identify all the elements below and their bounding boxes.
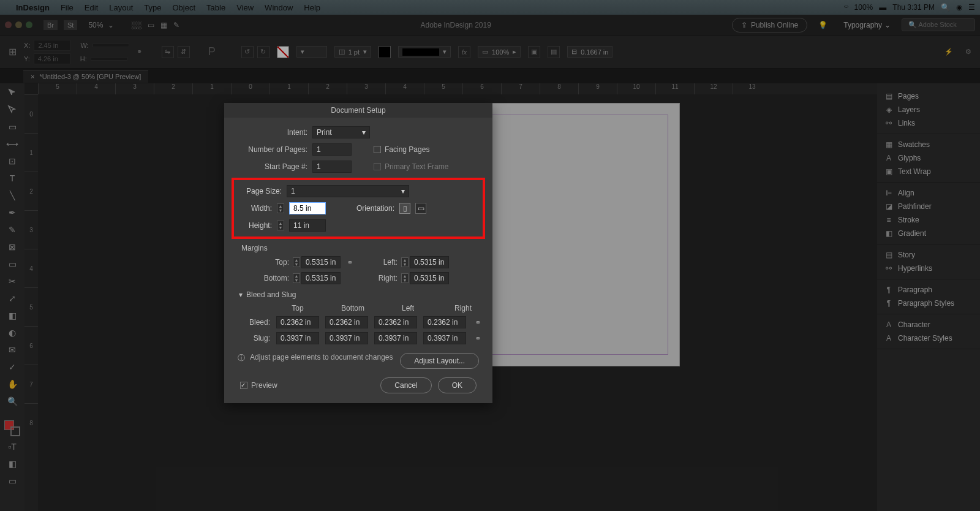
free-transform-tool[interactable]: ⤢ xyxy=(6,292,19,305)
direct-selection-tool[interactable] xyxy=(6,103,19,116)
panel-layers[interactable]: ◈Layers xyxy=(877,103,980,116)
panel-story[interactable]: ▤Story xyxy=(877,248,980,262)
ok-button[interactable]: OK xyxy=(438,377,477,393)
gap-tool[interactable]: ⟷ xyxy=(6,137,19,151)
orientation-landscape[interactable]: ▭ xyxy=(415,203,426,214)
panel-pathfinder[interactable]: ◪Pathfinder xyxy=(877,200,980,213)
intent-select[interactable]: Print▾ xyxy=(312,126,370,138)
list-icon[interactable]: ☰ xyxy=(968,3,975,12)
formatting-container-icon[interactable]: ▫T xyxy=(6,440,19,453)
h-field[interactable] xyxy=(91,57,127,61)
pen-tool[interactable]: ✒ xyxy=(6,206,19,219)
x-field[interactable]: 2.45 in xyxy=(34,40,70,51)
height-spinner[interactable]: ▲▼ xyxy=(277,221,284,230)
selection-tool[interactable] xyxy=(6,86,19,99)
fx-icon[interactable]: fx xyxy=(458,46,470,58)
app-name[interactable]: InDesign xyxy=(16,3,50,12)
reference-point-icon[interactable]: ⊞ xyxy=(9,46,17,58)
slug-right[interactable] xyxy=(423,332,466,344)
bleed-bottom[interactable] xyxy=(325,316,368,328)
menu-help[interactable]: Help xyxy=(304,3,320,12)
slug-bottom[interactable] xyxy=(325,332,368,344)
eyedropper-tool[interactable]: ✓ xyxy=(6,360,19,374)
menu-type[interactable]: Type xyxy=(144,3,161,12)
gradient-swatch-tool[interactable]: ◧ xyxy=(6,309,19,322)
fill-stroke-toggle[interactable] xyxy=(4,420,20,436)
view-opt-1[interactable]: ░░ xyxy=(131,21,141,29)
view-opt-3[interactable]: ▦ xyxy=(160,21,167,29)
siri-icon[interactable]: ◉ xyxy=(956,3,962,12)
panel-character-styles[interactable]: ACharacter Styles xyxy=(877,331,980,345)
panel-hyperlinks[interactable]: ⚯Hyperlinks xyxy=(877,262,980,275)
panel-gradient[interactable]: ◧Gradient xyxy=(877,227,980,240)
numpages-input[interactable] xyxy=(312,143,352,156)
slug-left[interactable] xyxy=(374,332,417,344)
settings-icon[interactable]: ⚙ xyxy=(965,48,971,56)
panel-stroke[interactable]: ≡Stroke xyxy=(877,213,980,227)
width-spinner[interactable]: ▲▼ xyxy=(277,203,284,213)
fill-dropdown[interactable]: ▾ xyxy=(296,46,327,58)
menu-view[interactable]: View xyxy=(236,3,254,12)
gap-field[interactable]: ⊟ 0.1667 in xyxy=(567,46,612,58)
note-tool[interactable]: ✉ xyxy=(6,343,19,357)
panel-swatches[interactable]: ▦Swatches xyxy=(877,138,980,151)
clock[interactable]: Thu 3:31 PM xyxy=(892,3,935,12)
wifi-icon[interactable]: ⌔ xyxy=(844,3,848,12)
margin-left-input[interactable] xyxy=(410,256,449,268)
panel-glyphs[interactable]: AGlyphs xyxy=(877,151,980,165)
close-icon[interactable]: × xyxy=(31,73,34,80)
bleed-top[interactable] xyxy=(276,316,319,328)
panel-text-wrap[interactable]: ▣Text Wrap xyxy=(877,165,980,178)
adjust-layout-button[interactable]: Adjust Layout... xyxy=(400,353,479,369)
bleed-left[interactable] xyxy=(374,316,417,328)
window-controls[interactable] xyxy=(5,21,32,28)
page-tool[interactable]: ▭ xyxy=(6,120,19,134)
link-slug-icon[interactable]: ⚭ xyxy=(475,334,481,343)
link-bleed-icon[interactable]: ⚭ xyxy=(475,318,481,327)
margin-right-input[interactable] xyxy=(410,272,449,284)
height-input[interactable] xyxy=(289,219,326,232)
view-opt-4[interactable]: ✎ xyxy=(173,21,179,29)
hand-tool[interactable]: ✋ xyxy=(6,377,19,391)
bridge-icon[interactable]: Br xyxy=(43,20,58,30)
stroke-swatch[interactable] xyxy=(379,46,391,58)
line-tool[interactable]: ╲ xyxy=(6,189,19,202)
margin-right-spinner[interactable]: ▲▼ xyxy=(401,273,409,283)
w-field[interactable] xyxy=(92,44,129,47)
zoom-level[interactable]: 50% xyxy=(88,21,103,29)
margin-left-spinner[interactable]: ▲▼ xyxy=(401,257,409,267)
flash-icon[interactable]: ⚡ xyxy=(944,48,953,56)
pagesize-select[interactable]: 1▾ xyxy=(287,185,409,197)
startpage-input[interactable] xyxy=(312,161,352,173)
fill-swatch[interactable] xyxy=(277,46,289,58)
opacity[interactable]: ▭ 100% ▸ xyxy=(478,46,521,58)
stroke-weight[interactable]: ◫ 1 pt ▾ xyxy=(334,46,371,58)
spotlight-icon[interactable]: 🔍 xyxy=(941,3,950,12)
chevron-down-icon[interactable]: ⌄ xyxy=(108,21,114,29)
panel-pages[interactable]: ▤Pages xyxy=(877,89,980,103)
stroke-style[interactable]: ▾ xyxy=(398,46,451,58)
content-collector-tool[interactable]: ⊡ xyxy=(6,154,19,168)
margin-bottom-input[interactable] xyxy=(301,272,341,284)
gradient-feather-tool[interactable]: ◐ xyxy=(6,326,19,339)
menu-edit[interactable]: Edit xyxy=(85,3,98,12)
bleed-slug-toggle[interactable]: ▾Bleed and Slug xyxy=(239,290,481,299)
margin-top-spinner[interactable]: ▲▼ xyxy=(293,257,300,267)
scissors-tool[interactable]: ✂ xyxy=(6,274,19,288)
menu-layout[interactable]: Layout xyxy=(109,3,133,12)
orientation-portrait[interactable]: ▯ xyxy=(399,203,410,214)
y-field[interactable]: 4.26 in xyxy=(34,53,70,64)
menu-table[interactable]: Table xyxy=(206,3,225,12)
facing-pages-checkbox[interactable]: Facing Pages xyxy=(374,145,429,154)
menu-file[interactable]: File xyxy=(61,3,74,12)
panel-paragraph[interactable]: ¶Paragraph xyxy=(877,283,980,297)
link-margin-icon[interactable]: ⚭ xyxy=(347,258,353,267)
apply-color-icon[interactable]: ◧ xyxy=(6,457,19,471)
width-input[interactable] xyxy=(289,202,326,214)
pencil-tool[interactable]: ✎ xyxy=(6,223,19,237)
cancel-button[interactable]: Cancel xyxy=(380,377,431,393)
slug-top[interactable] xyxy=(276,332,319,344)
menu-window[interactable]: Window xyxy=(265,3,293,12)
zoom-tool[interactable]: 🔍 xyxy=(6,395,19,408)
panel-paragraph-styles[interactable]: ¶Paragraph Styles xyxy=(877,297,980,310)
